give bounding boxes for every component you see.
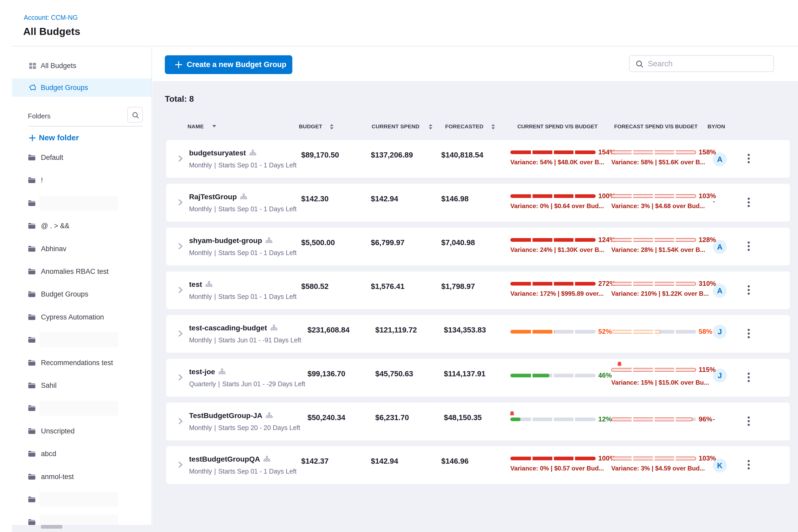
row-menu-button[interactable] [743,459,754,471]
folder-item-redacted[interactable] [12,513,152,525]
folder-item-redacted[interactable] [12,400,152,417]
pipe-separator: | [218,380,220,388]
period-range-label: Starts Sep 01 - 1 Days Left [218,162,297,169]
create-budget-group-button[interactable]: Create a new Budget Group [165,55,292,74]
forecasted-amount: $114,137.91 [444,369,486,378]
expand-chevron-icon[interactable] [177,287,184,294]
budget-group-period: Monthly|Starts Sep 01 - 1 Days Left [189,293,297,300]
search-input[interactable] [648,57,768,71]
row-menu-button[interactable] [743,328,754,340]
sort-desc-icon[interactable] [212,125,217,128]
folder-item-anomalies-rbac-test[interactable]: Anomalies RBAC test [12,263,152,280]
sort-both-icon[interactable] [491,124,496,130]
folder-item-default[interactable]: Default [12,149,152,166]
segment-gap [531,417,533,422]
hierarchy-icon [263,456,270,464]
hierarchy-icon [270,324,278,333]
table-header: NAME BUDGET CURRENT SPEND FORECASTED CUR… [0,121,798,131]
folder-item-abcd[interactable]: abcd [12,445,152,462]
column-header-forecasted[interactable]: FORECASTED [445,124,483,129]
menu-dot [748,460,750,462]
budget-amount: $142.30 [301,194,328,203]
row-menu-button[interactable] [743,416,754,428]
folder-item--[interactable]: @ . > && [12,217,152,234]
expand-chevron-icon[interactable] [177,155,184,163]
budget-group-name[interactable]: budgetsuryatest [189,149,256,158]
folder-item-redacted[interactable] [12,491,152,508]
folder-item-abhinav[interactable]: Abhinav [12,240,152,258]
budget-group-row: test-cascading-budgetMonthly|Starts Jun … [166,315,790,353]
forecast-progress-bar [611,238,696,242]
budget-group-name[interactable]: TestBudgetGroup-JA [189,412,273,420]
folder-icon [27,245,36,252]
column-header-budget[interactable]: BUDGET [299,124,322,129]
folder-item-redacted[interactable] [12,331,152,348]
variance-label: Variance: 54% | $48.0K over B... [510,159,604,166]
progress-fill [510,418,520,421]
folder-item-anmol-test[interactable]: anmol-test [12,468,152,485]
folder-item-sahil[interactable]: Sahil [12,377,152,394]
expand-chevron-icon[interactable] [177,243,184,251]
folder-item-redacted[interactable] [12,194,152,212]
sidebar-item-budget-groups[interactable]: Budget Groups [12,78,152,97]
sort-both-icon[interactable] [329,124,334,130]
row-menu-button[interactable] [743,197,754,209]
expand-chevron-icon[interactable] [177,418,184,425]
row-menu-button[interactable] [743,153,754,165]
account-breadcrumb[interactable]: Account: CCM-NG [24,14,78,21]
folder-item-recommendations-test[interactable]: Recommendations test [12,354,152,372]
budget-group-name[interactable]: test-joe [189,368,226,377]
menu-dot [748,467,750,470]
folder-icon [27,450,36,457]
column-header-current-spend[interactable]: CURRENT SPEND [372,124,419,129]
segment-gap [573,194,575,198]
create-button-label: Create a new Budget Group [187,60,286,69]
column-header-name[interactable]: NAME [188,124,204,129]
alert-bell-icon [509,411,515,417]
period-range-label: Starts Jun 01 - -29 Days Left [222,380,305,387]
segment-gap [632,194,633,198]
budget-group-name[interactable]: test [189,280,212,289]
expand-chevron-icon[interactable] [177,330,184,338]
folder-item-budget-groups[interactable]: Budget Groups [12,286,152,303]
expand-chevron-icon[interactable] [177,199,184,207]
new-folder-label: New folder [39,133,79,142]
budget-group-name-text: test [189,280,202,288]
redacted-folder-name [39,332,118,347]
row-menu-button[interactable] [743,241,754,252]
budget-amount: $89,170.50 [301,151,339,159]
row-menu-button[interactable] [743,285,754,296]
menu-dot [748,380,750,382]
folder-item--[interactable]: ! [12,172,152,189]
variance-label: Variance: 24% | $1.30K over B... [510,246,604,253]
budget-amount: $99,136.70 [307,369,345,378]
period-range-label: Starts Sep 20 - 20 Days Left [218,424,300,431]
owner-avatar[interactable]: J [713,325,727,339]
budget-group-name[interactable]: shyam-budget-group [189,236,272,245]
variance-label: Variance: 28% | $1.54K over B... [611,246,705,253]
column-header-forecast-vs-budget: FORECAST SPEND V/S BUDGET [614,124,698,129]
budget-group-name[interactable]: RajTestGroup [189,193,247,202]
budget-group-name[interactable]: test-cascading-budget [189,324,278,333]
sort-both-icon[interactable] [428,124,433,130]
hierarchy-icon [266,412,273,421]
budget-group-name[interactable]: testBudgetGroupQA [189,455,270,464]
folder-item-unscripted[interactable]: Unscripted [12,422,152,440]
folder-search-button[interactable] [127,107,143,122]
expand-chevron-icon[interactable] [177,461,184,469]
pipe-separator: | [214,205,216,213]
expand-chevron-icon[interactable] [177,374,184,382]
spend-progress-bar [510,282,596,286]
menu-dot [748,420,750,422]
segment-gap [573,329,575,334]
segment-gap [552,238,554,242]
search-icon [132,111,139,119]
folder-item-cypress-automation[interactable]: Cypress Automation [12,308,152,326]
sidebar-item-all-budgets[interactable]: All Budgets [12,57,152,75]
progress-percent-label: 52% [598,327,612,335]
spend-progress-bar [510,457,596,460]
page-title: All Budgets [23,26,80,37]
current-spend-amount: $1,576.41 [371,282,404,291]
budget-group-row: TestBudgetGroup-JAMonthly|Starts Sep 20 … [166,403,790,440]
row-menu-button[interactable] [743,372,754,384]
